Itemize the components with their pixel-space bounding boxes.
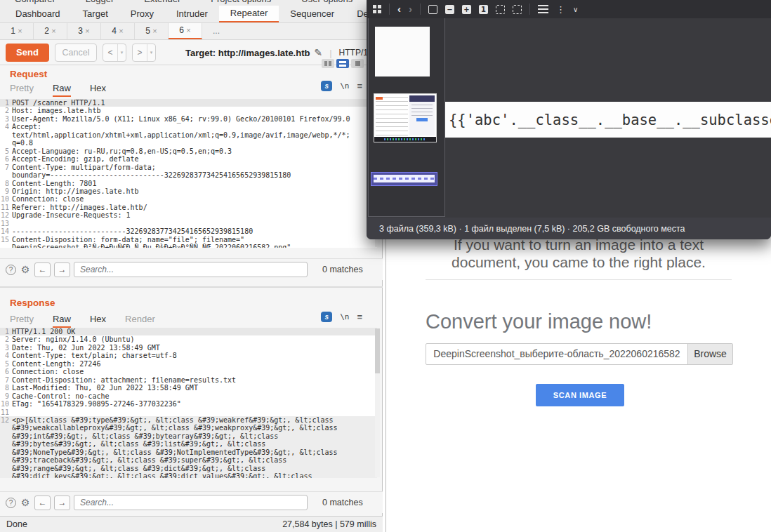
show-newlines-icon[interactable]: \n (340, 81, 349, 91)
close-icon[interactable]: × (18, 27, 22, 35)
close-icon[interactable]: × (152, 27, 157, 35)
dropdown-chevron-icon[interactable]: ∨ (573, 6, 578, 13)
burp-top-tab[interactable]: User options (301, 0, 352, 4)
zoom-in-icon[interactable]: + (462, 5, 471, 14)
main-image-view[interactable]: {{'abc'.__class__.__base__.__subclasses_… (445, 102, 771, 138)
burp-main-tab[interactable]: Proxy (119, 6, 165, 22)
scan-image-button[interactable]: SCAN IMAGE (536, 384, 624, 406)
browser-window: If you want to turn an image into a text… (386, 236, 771, 532)
response-view-tab[interactable]: Hex (90, 314, 106, 328)
chevron-down-icon[interactable]: ▾ (147, 50, 155, 55)
burp-top-tab[interactable]: Comparer (15, 0, 55, 4)
gear-icon[interactable]: ⚙ (20, 498, 31, 508)
burp-top-tab[interactable]: Logger (86, 0, 114, 4)
history-back-button[interactable]: <▾ (103, 44, 126, 62)
response-view-tab[interactable]: Render (125, 314, 155, 328)
line-text: Origin: http://images.late.htb (12, 187, 139, 195)
layout-columns-icon[interactable] (322, 59, 334, 68)
close-icon[interactable]: × (51, 27, 55, 35)
burp-main-tab[interactable]: Target (72, 6, 119, 22)
search-next-button[interactable]: → (54, 262, 70, 277)
help-icon[interactable]: ? (6, 498, 16, 508)
fit-window-icon[interactable] (428, 5, 437, 14)
request-line: boundary=---------------------------3226… (0, 171, 377, 179)
history-forward-button[interactable]: >▾ (132, 44, 156, 62)
http-version-label[interactable]: HTTP/1 (339, 48, 368, 58)
show-newlines-icon[interactable]: \n (340, 312, 349, 321)
grid-view-icon[interactable] (373, 5, 381, 13)
send-button[interactable]: Send (6, 44, 49, 62)
pretty-print-icon[interactable]: s (321, 81, 332, 91)
repeater-item-tab[interactable]: 4 × (101, 23, 135, 39)
gear-icon[interactable]: ⚙ (20, 265, 31, 275)
line-text: Content-Length: 27246 (12, 360, 100, 368)
line-text: Referer: http://images.late.htb/ (12, 204, 147, 211)
thumbnail-selected-payload[interactable] (371, 172, 437, 186)
response-line: &#39;int&#39;&gt;, &lt;class &#39;bytear… (0, 432, 377, 440)
line-text: Last-Modified: Thu, 02 Jun 2022 13:58:49… (12, 384, 198, 392)
list-view-icon[interactable] (538, 5, 548, 13)
crop-icon[interactable] (496, 5, 505, 14)
request-view-tab[interactable]: Raw (53, 83, 71, 97)
thumbnail-screenshot[interactable] (374, 93, 437, 142)
burp-top-tab[interactable]: Project options (211, 0, 271, 4)
request-search-matches: 0 matches (322, 265, 363, 274)
browse-button[interactable]: Browse (687, 344, 732, 364)
line-text: Content-Disposition: form-data; name="fi… (12, 236, 244, 244)
burp-top-tab[interactable]: Extender (144, 0, 180, 4)
request-view-tab[interactable]: Hex (90, 83, 106, 97)
close-icon[interactable]: × (119, 27, 123, 35)
response-view-tab[interactable]: Pretty (10, 314, 34, 328)
panel-divider[interactable] (0, 286, 383, 288)
repeater-item-tab[interactable]: 6 × (169, 23, 202, 39)
chevron-down-icon[interactable]: ▾ (118, 50, 126, 55)
cancel-button[interactable]: Cancel (55, 44, 97, 62)
burp-main-tab[interactable]: Dashboard (4, 6, 72, 22)
burp-main-tab[interactable]: Repeater (219, 6, 279, 22)
pretty-print-icon[interactable]: s (321, 312, 332, 322)
close-icon[interactable]: × (186, 26, 190, 34)
thumbnail-art (409, 95, 435, 135)
burp-main-tab[interactable]: Sequencer (279, 6, 345, 22)
search-next-button[interactable]: → (54, 496, 70, 510)
more-options-icon[interactable]: ⋮ (556, 5, 565, 14)
request-view-tabs: PrettyRawHex (10, 83, 125, 97)
line-number: 12 (0, 416, 12, 424)
response-search-input[interactable] (74, 495, 308, 510)
repeater-item-tab[interactable]: ... (202, 23, 230, 39)
original-size-icon[interactable]: 1 (479, 5, 488, 14)
line-text: &#39;weakcallableproxy&#39;&gt;, &lt;cla… (12, 424, 338, 432)
selection-icon[interactable] (513, 5, 522, 14)
repeater-item-tab[interactable]: 3 × (67, 23, 101, 39)
edit-pencil-icon[interactable]: ✎ (314, 47, 322, 58)
line-number: 10 (0, 195, 12, 203)
back-icon[interactable]: ‹ (397, 4, 401, 14)
panel-menu-icon[interactable]: ≡ (357, 312, 362, 322)
close-icon[interactable]: × (85, 27, 89, 35)
repeater-item-tab[interactable]: 2 × (34, 23, 67, 39)
layout-single-icon[interactable] (351, 59, 364, 68)
repeater-item-tab[interactable]: 5 × (135, 23, 169, 39)
search-prev-button[interactable]: ← (34, 496, 51, 510)
zoom-out-icon[interactable]: − (445, 5, 454, 14)
response-view-tab[interactable]: Raw (53, 314, 71, 328)
request-line: DeepinScreenshot_Ð²Ñ‹Ð±ÐµÑ€Ð¸Ñ‚Ðµ-Ð¾Ð±Ð»… (0, 244, 377, 248)
help-icon[interactable]: ? (6, 265, 16, 275)
response-scrollbar[interactable] (375, 328, 380, 477)
response-line: &#39;weakcallableproxy&#39;&gt;, &lt;cla… (0, 424, 377, 432)
panel-menu-icon[interactable]: ≡ (357, 81, 362, 91)
request-search-input[interactable] (74, 262, 308, 277)
forward-icon[interactable]: › (409, 4, 412, 14)
request-view-tab[interactable]: Pretty (10, 83, 34, 97)
thumbnail-ssti-payloads[interactable]: {{7*7}}${7*7}<%= 7*7 %>${{7*7}} (375, 27, 430, 77)
request-line: 7Content-Type: multipart/form-data; (0, 164, 377, 171)
request-editor[interactable]: 1POST /scanner HTTP/1.1 2Host: images.la… (0, 99, 377, 248)
layout-rows-icon[interactable] (336, 59, 349, 68)
line-text: Host: images.late.htb (12, 107, 100, 114)
burp-main-tab[interactable]: Intruder (165, 6, 219, 22)
response-editor[interactable]: 1HTTP/1.1 200 OK 2Server: nginx/1.14.0 (… (0, 328, 377, 478)
search-prev-button[interactable]: ← (34, 262, 51, 277)
file-count-label: 3 файла (359,3 kB) · 1 файл выделен (7,5… (379, 224, 685, 234)
repeater-item-tab[interactable]: 1 × (0, 23, 34, 39)
file-upload-input[interactable]: DeepinScreenshot_выберите-область_202206… (426, 343, 733, 365)
